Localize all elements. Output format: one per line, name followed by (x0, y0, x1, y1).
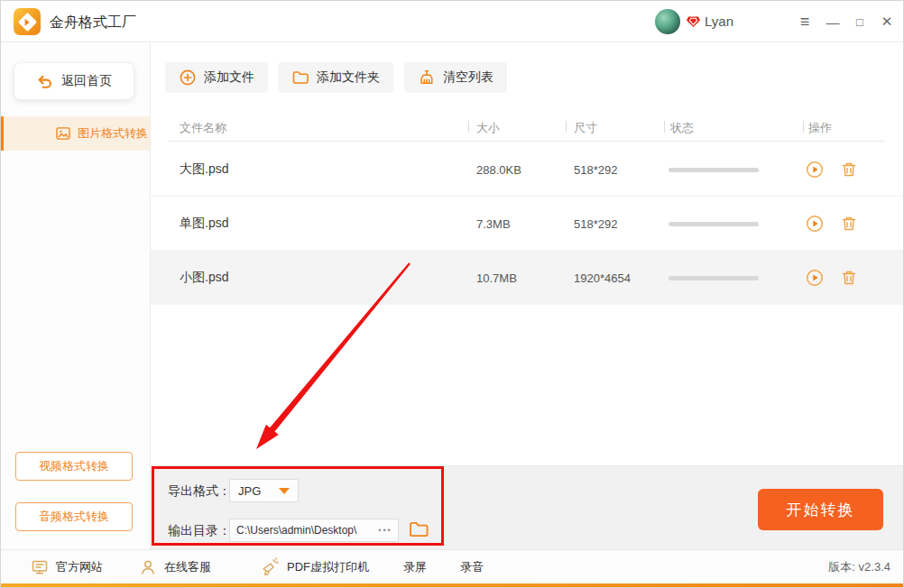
table-header: 文件名称 大小 尺寸 状态 操作 (151, 114, 903, 142)
header-status: 状态 (670, 120, 694, 136)
header-divider (803, 121, 804, 133)
bottom-accent-strip (1, 583, 903, 587)
export-format-label: 导出格式： (168, 483, 231, 500)
footer: 官方网站 在线客服 PDF虚拟打印机 录屏 (1, 549, 903, 583)
trash-icon[interactable] (840, 161, 858, 179)
header-dimensions: 尺寸 (574, 120, 597, 136)
add-folder-button[interactable]: 添加文件夹 (278, 62, 393, 93)
format-value: JPG (238, 484, 261, 498)
file-dimensions: 518*292 (574, 197, 617, 251)
clear-list-button[interactable]: 清空列表 (404, 62, 507, 93)
minimize-button[interactable]: — (820, 1, 845, 42)
vip-gem-icon (686, 14, 701, 29)
header-divider (664, 121, 665, 133)
menu-button[interactable]: ≡ (792, 1, 817, 42)
file-dimensions: 1920*4654 (574, 251, 631, 305)
close-button[interactable]: ✕ (874, 1, 899, 42)
sidebar: 返回首页 图片格式转换 视频格式转换 音频格式转换 (1, 42, 151, 549)
folder-icon (291, 69, 309, 87)
app-title: 金舟格式工厂 (50, 14, 136, 32)
file-name: 单图.psd (180, 197, 228, 251)
user-avatar[interactable] (655, 9, 680, 34)
audio-record-link[interactable]: 录音 (460, 550, 484, 584)
active-indicator (1, 116, 4, 151)
output-dir-label: 输出目录： (168, 523, 231, 539)
online-support-label: 在线客服 (164, 559, 211, 575)
open-folder-icon[interactable] (408, 519, 429, 540)
spray-gun-icon (260, 557, 280, 577)
audio-record-label: 录音 (460, 559, 484, 575)
monitor-icon (31, 558, 49, 576)
username[interactable]: Lyan (705, 14, 733, 29)
progress-bar (669, 276, 759, 280)
trash-icon[interactable] (840, 215, 858, 233)
sidebar-item-label: 图片格式转换 (78, 125, 148, 142)
header-divider (468, 121, 469, 133)
person-icon (139, 558, 157, 576)
online-support-link[interactable]: 在线客服 (139, 550, 211, 584)
table-row[interactable]: 单图.psd 7.3MB 518*292 (151, 197, 903, 251)
maximize-button[interactable]: □ (847, 1, 872, 42)
format-dropdown[interactable]: JPG (229, 479, 299, 502)
back-home-button[interactable]: 返回首页 (14, 62, 134, 100)
image-icon (55, 125, 71, 142)
file-size: 7.3MB (476, 197, 511, 251)
header-filename: 文件名称 (180, 120, 226, 136)
progress-bar (669, 222, 759, 226)
table-row[interactable]: 小图.psd 10.7MB 1920*4654 (151, 251, 903, 305)
audio-convert-button[interactable]: 音频格式转换 (15, 502, 133, 531)
clear-list-label: 清空列表 (443, 69, 494, 86)
play-convert-icon[interactable] (806, 215, 824, 233)
official-website-label: 官方网站 (56, 559, 103, 575)
output-path-value: C:\Users\admin\Desktop\ (230, 524, 373, 537)
progress-bar (669, 168, 759, 172)
video-convert-button[interactable]: 视频格式转换 (15, 452, 133, 481)
add-file-button[interactable]: 添加文件 (165, 62, 268, 93)
play-convert-icon[interactable] (806, 269, 824, 287)
pdf-printer-link[interactable]: PDF虚拟打印机 (260, 550, 369, 584)
table-row[interactable]: 大图.psd 288.0KB 518*292 (151, 142, 903, 197)
play-convert-icon[interactable] (806, 161, 824, 179)
trash-icon[interactable] (840, 269, 858, 287)
file-size: 288.0KB (476, 142, 521, 197)
app-window: 金舟格式工厂 Lyan ≡ — □ ✕ 返回首页 (0, 0, 904, 588)
add-folder-label: 添加文件夹 (317, 69, 380, 86)
output-path-field[interactable]: C:\Users\admin\Desktop\ ••• (229, 519, 399, 542)
header-operations: 操作 (808, 120, 832, 136)
header-size: 大小 (476, 120, 500, 136)
official-website-link[interactable]: 官方网站 (31, 550, 103, 584)
sidebar-item-image-convert[interactable]: 图片格式转换 (1, 116, 150, 151)
add-file-label: 添加文件 (204, 69, 254, 86)
undo-arrow-icon (36, 73, 53, 90)
version-label: 版本: v2.3.4 (828, 550, 890, 584)
app-logo-icon (14, 8, 41, 35)
circle-plus-icon (179, 69, 197, 87)
header-divider (566, 121, 567, 133)
broom-icon (418, 69, 436, 87)
chevron-down-icon (279, 488, 290, 494)
export-panel: 导出格式： JPG 输出目录： C:\Users\admin\Desktop\ … (151, 465, 903, 551)
file-size: 10.7MB (476, 251, 517, 305)
screen-record-label: 录屏 (403, 559, 427, 575)
file-name: 小图.psd (180, 251, 228, 305)
file-name: 大图.psd (180, 142, 228, 197)
browse-dots-button[interactable]: ••• (373, 526, 398, 535)
top-bar: 金舟格式工厂 Lyan ≡ — □ ✕ (1, 1, 903, 42)
file-dimensions: 518*292 (574, 142, 617, 197)
start-convert-button[interactable]: 开始转换 (758, 489, 883, 530)
screen-record-link[interactable]: 录屏 (403, 550, 427, 584)
back-home-label: 返回首页 (61, 73, 112, 89)
pdf-printer-label: PDF虚拟打印机 (287, 559, 369, 575)
